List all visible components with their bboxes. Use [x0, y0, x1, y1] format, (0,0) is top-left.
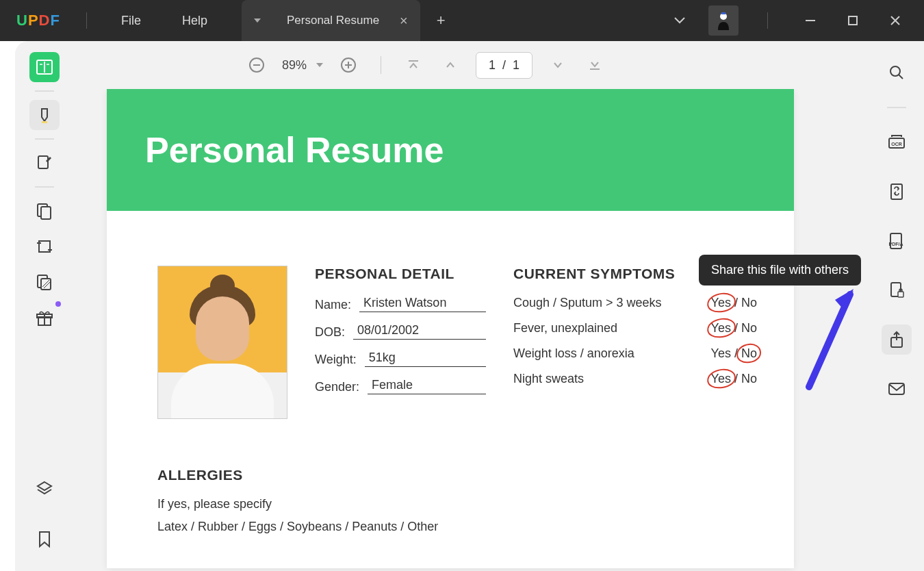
content-column: 89% 1 / 1	[74, 41, 869, 571]
svg-rect-9	[38, 156, 48, 168]
separator	[887, 107, 906, 108]
symptom-yn: Yes / No	[711, 346, 757, 361]
divider	[86, 12, 87, 29]
gender-value: Female	[368, 378, 486, 394]
svg-text:OCR: OCR	[891, 142, 902, 147]
svg-point-29	[890, 66, 900, 76]
symptom-label: Night sweats	[513, 372, 584, 386]
crop-tool[interactable]	[29, 231, 60, 262]
page-sep: /	[502, 58, 506, 73]
symptom-label: Weight loss / anorexia	[513, 346, 634, 361]
gift-tool[interactable]	[29, 303, 60, 333]
protect-button[interactable]	[882, 275, 912, 305]
svg-line-30	[899, 75, 903, 79]
search-button[interactable]	[882, 58, 912, 88]
dob-value: 08/01/2002	[353, 323, 486, 340]
first-page-button[interactable]	[402, 53, 425, 77]
document-viewport[interactable]: Personal Resume PERSONAL DETAIL Name:Kri…	[74, 89, 869, 571]
weight-label: Weight:	[315, 353, 357, 367]
last-page-button[interactable]	[583, 53, 606, 77]
right-sidebar: OCR PDF/A	[869, 41, 924, 571]
left-sidebar	[15, 41, 74, 571]
document-tab[interactable]: Personal Resume ×	[242, 0, 420, 41]
profile-photo	[157, 266, 287, 419]
dob-label: DOB:	[315, 325, 345, 340]
dropdown-icon[interactable]	[666, 7, 693, 34]
title-bar: UPDF File Help Personal Resume × +	[0, 0, 924, 41]
zoom-level[interactable]: 89%	[282, 58, 323, 73]
svg-rect-3	[849, 16, 857, 25]
share-tooltip: Share this file with others	[699, 255, 861, 286]
zoom-dropdown-icon	[316, 63, 323, 67]
pdf-document: Personal Resume PERSONAL DETAIL Name:Kri…	[107, 89, 794, 568]
svg-rect-8	[42, 121, 47, 123]
highlight-tool[interactable]	[29, 100, 60, 130]
edit-tool[interactable]	[29, 148, 60, 178]
prev-page-button[interactable]	[439, 53, 462, 77]
user-avatar[interactable]	[708, 5, 739, 36]
symptoms-section: CURRENT SYMPTOMS Cough / Sputum > 3 week…	[513, 266, 757, 419]
zoom-value: 89%	[282, 58, 307, 73]
organize-tool[interactable]	[29, 196, 60, 226]
name-label: Name:	[315, 298, 351, 312]
allergies-line: Latex / Rubber / Eggs / Soybeans / Peanu…	[157, 520, 757, 534]
page-total: 1	[513, 58, 519, 73]
separator	[35, 186, 54, 188]
zoom-out-button[interactable]	[245, 53, 268, 77]
reader-tool[interactable]	[29, 52, 60, 82]
new-tab-button[interactable]: +	[437, 12, 446, 29]
name-value: Kristen Watson	[359, 296, 486, 312]
weight-value: 51kg	[365, 351, 486, 367]
symptom-yn: Yes / No	[711, 372, 757, 386]
allergies-section: ALLERGIES If yes, please specify Latex /…	[107, 446, 794, 563]
layers-icon[interactable]	[29, 474, 60, 504]
svg-rect-1	[721, 12, 726, 14]
page-current: 1	[489, 58, 496, 73]
symptom-yn: Yes / No	[711, 296, 757, 310]
bookmark-icon[interactable]	[29, 524, 60, 555]
page-indicator[interactable]: 1 / 1	[476, 52, 532, 79]
share-button[interactable]	[882, 325, 912, 355]
symptom-yn: Yes / No	[711, 321, 757, 335]
document-toolbar: 89% 1 / 1	[74, 41, 869, 89]
main-area: 89% 1 / 1	[15, 41, 924, 571]
menu-help[interactable]: Help	[162, 14, 228, 28]
maximize-button[interactable]	[839, 7, 867, 34]
zoom-in-button[interactable]	[337, 53, 360, 77]
tab-title: Personal Resume	[287, 14, 379, 27]
section-heading: ALLERGIES	[157, 467, 757, 483]
minimize-button[interactable]	[797, 7, 824, 34]
svg-rect-40	[889, 383, 904, 394]
section-heading: PERSONAL DETAIL	[315, 266, 486, 282]
personal-detail-section: PERSONAL DETAIL Name:Kristen Watson DOB:…	[315, 266, 486, 419]
separator	[35, 138, 54, 140]
doc-header: Personal Resume	[107, 89, 794, 211]
symptom-label: Fever, unexplained	[513, 321, 617, 335]
divider	[381, 56, 381, 74]
separator	[35, 90, 54, 92]
divider	[767, 12, 768, 29]
pdfa-button[interactable]: PDF/A	[882, 226, 912, 256]
ocr-button[interactable]: OCR	[882, 127, 912, 157]
svg-rect-37	[898, 292, 903, 297]
doc-title: Personal Resume	[145, 129, 444, 170]
gender-label: Gender:	[315, 380, 359, 394]
next-page-button[interactable]	[546, 53, 569, 77]
notification-dot	[55, 301, 61, 307]
tab-close-icon[interactable]: ×	[400, 13, 408, 29]
convert-button[interactable]	[882, 177, 912, 207]
svg-rect-11	[41, 207, 51, 219]
menu-file[interactable]: File	[101, 14, 162, 28]
tab-dropdown-icon[interactable]	[254, 18, 261, 23]
allergies-line: If yes, please specify	[157, 497, 757, 511]
watermark-tool[interactable]	[29, 267, 60, 297]
svg-text:PDF/A: PDF/A	[889, 242, 903, 246]
close-button[interactable]	[882, 7, 909, 34]
symptom-label: Cough / Sputum > 3 weeks	[513, 296, 662, 310]
mail-button[interactable]	[882, 374, 912, 404]
app-logo: UPDF	[16, 12, 60, 29]
